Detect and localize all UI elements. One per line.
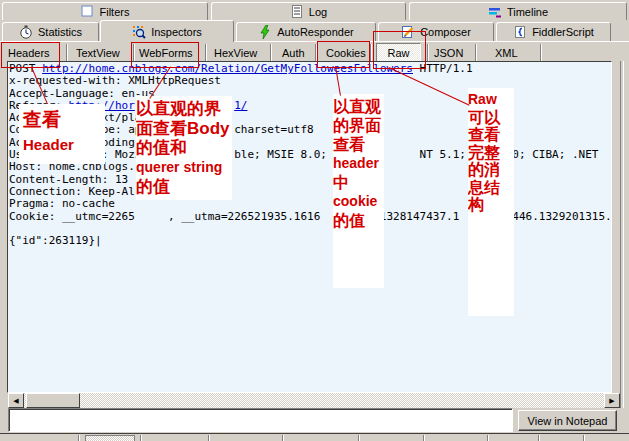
tab-fiddlerscript-label: FiddlerScript [532, 26, 594, 38]
bottom-divider [208, 435, 210, 441]
tab-statistics[interactable]: Statistics [2, 22, 99, 41]
annotation-webforms-body: 以直观的界面查看Body的值和querer string的值 [136, 96, 232, 200]
view-in-notepad-button[interactable]: View in Notepad [518, 410, 617, 431]
left-arrow-icon: ◀ [13, 397, 18, 405]
fiddler-window: Filters Log Timeline Statistics Inspecto… [0, 0, 629, 441]
subtab-separator [270, 44, 272, 61]
highlight-box-cookies [317, 41, 370, 68]
tab-inspectors-label: Inspectors [151, 26, 202, 38]
inspector-subtab-bar: Headers TextView WebForms HexView Auth C… [0, 42, 629, 62]
annotation-raw: Raw可以查看完整的消息结构 [468, 88, 514, 316]
bottom-divider [583, 435, 585, 441]
subtab-separator [370, 44, 372, 61]
tab-autoresponder[interactable]: AutoResponder [236, 22, 376, 41]
highlight-box-headers [1, 42, 60, 68]
horizontal-scrollbar[interactable]: ◀ ▶ [8, 393, 620, 408]
highlight-box-raw [373, 31, 426, 69]
subtab-separator [540, 44, 542, 61]
subtab-separator [427, 44, 429, 61]
body-edit-input[interactable] [8, 408, 513, 432]
annotation-cookies: 以直观的界面查看header中cookie的值 [333, 94, 384, 288]
tab-inspectors[interactable]: Inspectors [100, 20, 234, 42]
bottom-strip-segment [85, 435, 135, 441]
magnifier-bits-icon [132, 25, 146, 39]
bottom-divider [487, 435, 489, 441]
script-scroll-icon [513, 25, 527, 39]
lightning-icon [258, 25, 272, 39]
tab-timeline[interactable]: Timeline [409, 2, 627, 20]
tab-log-label: Log [309, 6, 327, 18]
subtab-separator [205, 44, 207, 61]
subtab-auth[interactable]: Auth [282, 47, 305, 59]
tab-statistics-label: Statistics [38, 26, 82, 38]
subtab-textview[interactable]: TextView [76, 47, 120, 59]
subtab-hexview[interactable]: HexView [214, 47, 257, 59]
annotation-headers: 查看Header [19, 104, 105, 164]
tab-autoresponder-label: AutoResponder [277, 26, 353, 38]
bottom-divider [358, 435, 360, 441]
bottom-divider [423, 435, 425, 441]
subtab-xml[interactable]: XML [495, 47, 518, 59]
tab-filters[interactable]: Filters [2, 2, 208, 20]
right-arrow-icon: ▶ [609, 397, 614, 405]
bottom-divider [282, 435, 284, 441]
scrollbar-thumb[interactable] [26, 393, 80, 408]
document-icon [290, 5, 304, 19]
bottom-divider [538, 435, 540, 441]
tab-timeline-label: Timeline [507, 6, 548, 18]
tab-fiddlerscript[interactable]: FiddlerScript [496, 22, 611, 41]
view-in-notepad-label: View in Notepad [528, 415, 608, 427]
subtab-json[interactable]: JSON [434, 47, 463, 59]
right-splitter-groove [620, 61, 624, 408]
scroll-right-button[interactable]: ▶ [604, 393, 620, 408]
subtab-separator [475, 44, 477, 61]
tab-log[interactable]: Log [211, 2, 406, 20]
timeline-bars-icon [488, 5, 502, 19]
bottom-divider [78, 435, 80, 441]
stopwatch-icon [19, 25, 33, 39]
subtab-separator [66, 44, 68, 61]
bottom-divider [140, 435, 142, 441]
tab-filters-label: Filters [100, 6, 130, 18]
highlight-box-webforms [131, 42, 199, 68]
checkbox-icon [81, 5, 95, 19]
tab-composer-label: Composer [420, 26, 471, 38]
bottom-strip [0, 433, 629, 441]
scroll-left-button[interactable]: ◀ [8, 393, 24, 408]
